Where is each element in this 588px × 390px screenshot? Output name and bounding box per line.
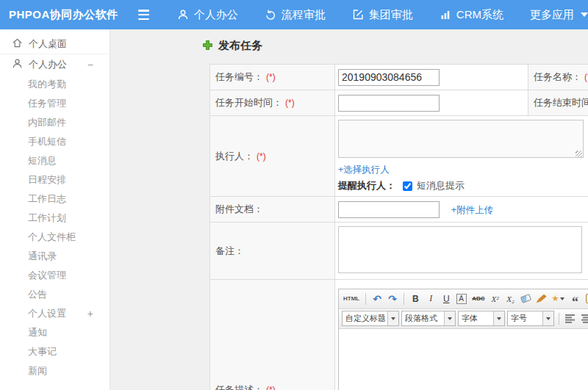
top-navbar: PHPOA协同办公软件 个人办公 流程审批 集团审批 CRM系统 更多应用 — [0, 0, 588, 29]
redo-button[interactable]: ↷ — [386, 292, 399, 306]
superscript-button[interactable]: X² — [489, 292, 502, 306]
start-time-label: 任务开始时间： — [215, 97, 282, 108]
eraser-icon[interactable] — [520, 292, 533, 306]
editor-toolbar-row1: HTML ↶ ↷ B I U A ABC X² X₂ ★ — [339, 289, 588, 309]
align-center-icon[interactable] — [580, 311, 588, 326]
magic-wand-icon: ★ — [552, 294, 559, 303]
executor-label: 执行人： — [215, 151, 254, 162]
table-row: 任务编号：(*) 任务名称：(*) — [210, 65, 588, 90]
task-name-label: 任务名称： — [534, 71, 581, 82]
main-content: 发布任务 任务编号：(*) 任务名称：(*) 任务开始时间：(*) 任务结束时间… — [110, 29, 588, 390]
table-row: 任务开始时间：(*) 任务结束时间：(*) — [210, 90, 588, 116]
collapse-icon[interactable]: − — [87, 59, 93, 71]
sidebar-item-work-log[interactable]: 工作日志 — [0, 189, 110, 209]
attachment-label: 附件文档： — [215, 203, 263, 214]
sidebar-item-meeting-management[interactable]: 会议管理 — [0, 266, 110, 285]
quick-format-button[interactable]: ★ — [551, 292, 567, 306]
page-title: 发布任务 — [202, 39, 262, 53]
font-style-button[interactable]: A — [455, 292, 468, 306]
editor-content-area[interactable] — [339, 329, 588, 390]
table-row: 附件文档： +附件上传 — [210, 197, 588, 223]
table-row: 执行人：(*) +选择执行人 提醒执行人： 短消息提示 — [210, 116, 588, 197]
italic-button[interactable]: I — [424, 292, 437, 306]
chevron-down-icon — [581, 12, 588, 17]
user-icon — [12, 58, 23, 71]
nav-personal-office[interactable]: 个人办公 — [177, 8, 238, 22]
nav-process-approval[interactable]: 流程审批 — [265, 8, 326, 22]
required-mark: (*) — [584, 72, 588, 82]
subscript-button[interactable]: X₂ — [504, 292, 517, 306]
sidebar-item-short-message[interactable]: 短消息 — [0, 151, 110, 170]
custom-title-dropdown[interactable]: 自定义标题 — [342, 311, 399, 326]
sidebar-item-notice[interactable]: 通知 — [0, 323, 110, 342]
task-description-label: 任务描述： — [215, 384, 263, 390]
sidebar-item-announcement[interactable]: 公告 — [0, 285, 110, 304]
remark-textarea[interactable] — [338, 226, 582, 273]
nav-crm-system[interactable]: CRM系统 — [440, 8, 503, 22]
sidebar-item-my-attendance[interactable]: 我的考勤 — [0, 75, 110, 94]
sidebar-item-personal-settings[interactable]: 个人设置+ — [0, 304, 110, 323]
add-icon — [202, 40, 213, 53]
sidebar-item-internal-mail[interactable]: 内部邮件 — [0, 113, 110, 132]
top-nav-menu: 个人办公 流程审批 集团审批 CRM系统 更多应用 — [177, 8, 588, 22]
home-icon — [12, 37, 23, 51]
chevron-down-icon — [444, 311, 455, 325]
sidebar-item-work-plan[interactable]: 工作计划 — [0, 209, 110, 228]
chevron-down-icon — [560, 297, 564, 300]
expand-icon[interactable]: + — [87, 304, 93, 323]
start-time-input[interactable] — [338, 95, 440, 112]
remind-executor-label: 提醒执行人： — [338, 179, 395, 192]
editor-toolbar-row2: 自定义标题 段落格式 字体 字号 — [339, 309, 588, 329]
undo-button[interactable]: ↶ — [370, 292, 384, 306]
sidebar-item-contacts[interactable]: 通讯录 — [0, 247, 110, 266]
bar-chart-icon — [440, 9, 451, 21]
sidebar-item-task-management[interactable]: 任务管理 — [0, 94, 110, 113]
end-time-label: 任务结束时间： — [534, 97, 588, 108]
required-mark: (*) — [266, 72, 276, 82]
menu-toggle-icon[interactable] — [138, 10, 149, 20]
sidebar-item-personal-office[interactable]: 个人办公 − — [0, 54, 110, 75]
select-executor-link[interactable]: +选择执行人 — [338, 165, 390, 175]
underline-button[interactable]: U — [440, 292, 453, 306]
sidebar-item-personal-desktop[interactable]: 个人桌面 — [0, 34, 110, 54]
font-family-dropdown[interactable]: 字体 — [458, 311, 505, 326]
task-number-label: 任务编号： — [215, 71, 263, 82]
nav-group-approval[interactable]: 集团审批 — [352, 8, 413, 22]
sidebar-item-personal-files[interactable]: 个人文件柜 — [0, 228, 110, 247]
bold-button[interactable]: B — [409, 292, 422, 306]
required-mark: (*) — [257, 151, 266, 162]
chevron-down-icon — [493, 311, 504, 325]
blockquote-button[interactable]: “ — [568, 292, 581, 306]
paragraph-format-dropdown[interactable]: 段落格式 — [401, 311, 456, 326]
sidebar-item-mobile-sms[interactable]: 手机短信 — [0, 132, 110, 151]
nav-more-apps[interactable]: 更多应用 — [530, 8, 588, 22]
task-number-input[interactable] — [338, 69, 440, 86]
html-source-button[interactable]: HTML — [342, 292, 361, 306]
remark-label: 备注： — [215, 245, 244, 256]
attachment-upload-link[interactable]: +附件上传 — [451, 205, 493, 215]
edit-icon — [352, 9, 364, 21]
paste-template-button[interactable]: T — [584, 292, 588, 306]
publish-task-form: 任务编号：(*) 任务名称：(*) 任务开始时间：(*) 任务结束时间：(*) … — [209, 64, 588, 390]
strikethrough-button[interactable]: ABC — [470, 292, 486, 306]
user-icon — [177, 9, 189, 21]
process-approval-icon — [265, 9, 276, 21]
font-size-dropdown[interactable]: 字号 — [507, 311, 554, 326]
rich-text-editor: HTML ↶ ↷ B I U A ABC X² X₂ ★ — [338, 289, 588, 390]
required-mark: (*) — [266, 385, 276, 390]
table-row: 任务描述：(*) HTML ↶ ↷ B I U A ABC X² — [210, 280, 588, 390]
sidebar-item-schedule[interactable]: 日程安排 — [0, 170, 110, 189]
attachment-input[interactable] — [338, 201, 440, 218]
sidebar-item-news[interactable]: 新闻 — [0, 361, 110, 380]
sidebar-item-milestones[interactable]: 大事记 — [0, 342, 110, 361]
sms-remind-checkbox[interactable] — [403, 181, 412, 191]
format-brush-icon[interactable] — [535, 292, 548, 306]
sms-remind-label: 短消息提示 — [417, 179, 465, 192]
required-mark: (*) — [285, 98, 295, 108]
chevron-down-icon — [542, 311, 553, 325]
executor-textarea[interactable] — [338, 120, 584, 158]
sidebar-submenu: 我的考勤 任务管理 内部邮件 手机短信 短消息 日程安排 工作日志 工作计划 个… — [0, 75, 110, 380]
align-left-icon[interactable] — [564, 311, 578, 326]
table-row: 备注： — [210, 223, 588, 280]
app-logo: PHPOA协同办公软件 — [0, 8, 110, 22]
